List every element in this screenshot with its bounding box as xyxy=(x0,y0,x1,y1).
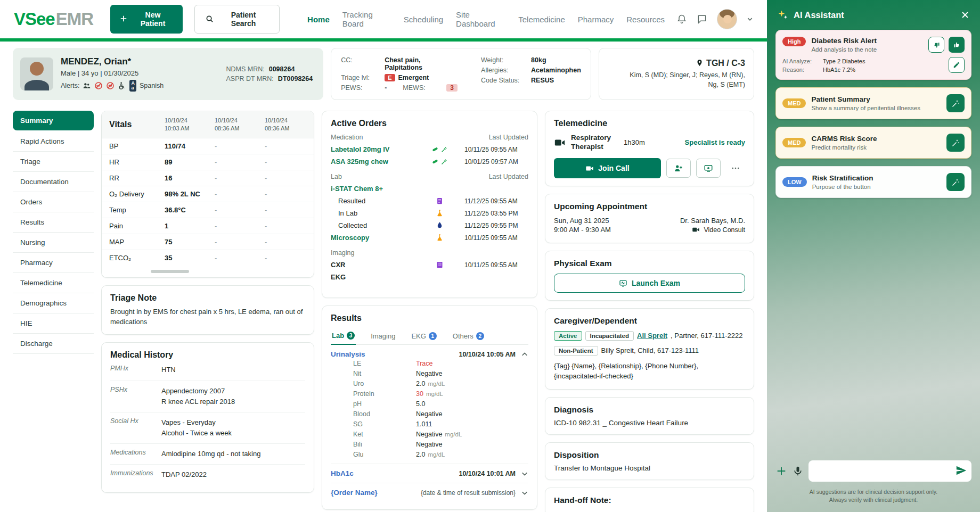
new-patient-button[interactable]: New Patient xyxy=(110,5,183,34)
vitals-row-temp: Temp36.8°C-- xyxy=(102,202,314,218)
result-link-urinalysis[interactable]: Urinalysis xyxy=(331,350,365,358)
order-link[interactable]: i-STAT Chem 8+ xyxy=(331,185,415,193)
caregiver-contact-details: , Partner, 617-111-2222 xyxy=(671,332,742,340)
order-row-clipped: EKG xyxy=(331,271,528,283)
add-attachment-button[interactable] xyxy=(775,465,787,477)
nav-link-pharmacy[interactable]: Pharmacy xyxy=(578,15,614,24)
magic-wand-button[interactable] xyxy=(946,134,965,152)
vitals-row-map: MAP75-- xyxy=(102,234,314,250)
tab-ekg[interactable]: EKG1 xyxy=(410,327,437,344)
ai-card-title: Diabetes Risk Alert xyxy=(811,37,877,45)
more-options-button[interactable] xyxy=(726,159,745,178)
result-link-hba1c[interactable]: HbA1c xyxy=(331,469,354,477)
result-row-glu: Glu2.0mg/dL xyxy=(331,449,528,459)
sidebar-item-hie[interactable]: HIE xyxy=(13,313,94,334)
send-icon[interactable] xyxy=(956,465,967,476)
urinalysis-header[interactable]: Urinalysis 10/10/24 10:05 AM xyxy=(331,350,528,358)
tab-imaging[interactable]: Imaging xyxy=(370,327,396,344)
sidebar-item-documentation[interactable]: Documentation xyxy=(13,172,94,192)
hba1c-header[interactable]: HbA1c 10/10/24 10:01 AM xyxy=(331,464,528,483)
new-patient-label: New Patient xyxy=(133,11,174,28)
sidebar-item-discharge[interactable]: Discharge xyxy=(13,334,94,354)
sidebar-item-summary[interactable]: Summary xyxy=(13,111,94,130)
edit-pencil-button[interactable] xyxy=(949,57,965,73)
caregiver-contact-link[interactable]: Ali Spreit xyxy=(637,332,667,340)
sidebar-item-rapid-actions[interactable]: Rapid Actions xyxy=(13,131,94,152)
user-avatar[interactable] xyxy=(717,9,737,29)
logo-emr: EMR xyxy=(56,9,93,29)
thumbs-down-button[interactable] xyxy=(928,37,944,53)
close-icon[interactable] xyxy=(961,11,969,19)
nav-link-site-dashboard[interactable]: Site Dashboard xyxy=(456,10,505,28)
severity-badge-med: MED xyxy=(782,98,806,108)
diagnosis-title: Diagnosis xyxy=(554,405,745,415)
triage-level-badge: E xyxy=(385,74,395,81)
sidebar-item-demographics[interactable]: Demographics xyxy=(13,293,94,313)
chat-icon[interactable] xyxy=(697,14,707,24)
ai-chat-input[interactable] xyxy=(808,460,971,482)
sidebar-item-triage[interactable]: Triage xyxy=(13,152,94,172)
sidebar-item-pharmacy[interactable]: Pharmacy xyxy=(13,253,94,273)
ai-assistant-panel: AI Assistant High Diabetes Risk Alert Ad… xyxy=(767,0,980,512)
hba1c-time: 10/10/24 10:01 AM xyxy=(459,470,516,477)
vitals-scrollbar[interactable] xyxy=(151,270,189,273)
ai-card-diabetes-risk: High Diabetes Risk Alert Add analysis to… xyxy=(775,30,971,80)
ai-card-risk-stratification: LOW Risk Stratification Purpose of the b… xyxy=(775,166,971,198)
magic-wand-button[interactable] xyxy=(946,173,965,191)
sidebar-item-nursing[interactable]: Nursing xyxy=(13,233,94,253)
chevron-up-icon[interactable] xyxy=(521,351,528,358)
add-participant-button[interactable] xyxy=(666,159,691,178)
order-name-placeholder-header[interactable]: {Order Name} {date & time of result subm… xyxy=(331,483,528,502)
appointment-type: Video Consult xyxy=(704,226,745,234)
patient-info: MENDEZ, Orian* Male | 34 yo | 01/30/2025… xyxy=(61,56,164,92)
location-card: TGH / C-3 Kim, S (MD); Singer, J; Reyes,… xyxy=(599,48,754,100)
thumbs-up-button[interactable] xyxy=(949,37,965,53)
appointment-provider: Dr. Sarah Bays, M.D. Video Consult xyxy=(680,216,745,235)
patient-search-button[interactable]: Patient Search xyxy=(194,5,280,34)
nav-link-resources[interactable]: Resources xyxy=(626,15,665,24)
ai-panel-header: AI Assistant xyxy=(767,0,980,28)
sidebar-item-telemedicine[interactable]: Telemedicine xyxy=(13,273,94,293)
order-row-microscopy: Microscopy 10/11/25 09:55 AM xyxy=(331,232,528,244)
nav-link-telemedicine[interactable]: Telemedicine xyxy=(518,15,565,24)
magic-wand-button[interactable] xyxy=(946,94,965,112)
tab-lab[interactable]: Lab3 xyxy=(331,327,356,345)
patient-search-label: Patient Search xyxy=(218,11,268,28)
app-root: VSee EMR New Patient Patient Search Home… xyxy=(0,0,980,512)
sidebar-item-results[interactable]: Results xyxy=(13,212,94,233)
nav-link-home[interactable]: Home xyxy=(307,15,330,24)
physical-exam-title: Physical Exam xyxy=(554,259,745,268)
logo-vsee: VSee xyxy=(14,9,55,29)
order-link[interactable]: ASA 325mg chew xyxy=(331,158,415,166)
result-document-icon xyxy=(415,197,464,205)
triage-note-card: Triage Note Brought in by EMS for chest … xyxy=(101,285,314,335)
tab-others[interactable]: Others2 xyxy=(452,327,485,344)
ai-card-title: CARMS Risk Score xyxy=(811,135,877,143)
order-link[interactable]: Microscopy xyxy=(331,234,415,242)
bed-location: TGH / C-3 xyxy=(706,59,745,68)
chevron-down-icon[interactable] xyxy=(521,489,528,497)
join-call-label: Join Call xyxy=(598,164,629,172)
launch-exam-label: Launch Exam xyxy=(632,279,680,287)
cc-label: CC: xyxy=(341,56,380,71)
sidebar-item-orders[interactable]: Orders xyxy=(13,192,94,212)
nav-link-tracking-board[interactable]: Tracking Board xyxy=(342,10,391,28)
join-call-button[interactable]: Join Call xyxy=(554,158,661,178)
screen-share-button[interactable] xyxy=(696,159,721,178)
ai-reason-label: Reason: xyxy=(782,67,820,73)
launch-exam-button[interactable]: Launch Exam xyxy=(554,274,745,293)
order-link[interactable]: Labetalol 20mg IV xyxy=(331,145,415,153)
severity-badge-low: LOW xyxy=(782,177,807,187)
avatar-chevron-down-icon[interactable] xyxy=(747,16,753,22)
notifications-bell-icon[interactable] xyxy=(676,14,687,24)
chief-complaint-card: CC:Chest pain, Palpitations Triage lvl:E… xyxy=(331,48,591,100)
microphone-icon[interactable] xyxy=(793,466,803,476)
results-tabs: Lab3 Imaging EKG1 Others2 xyxy=(331,327,528,345)
caregiver-row-2: Non-Patient Billy Spreit, Child, 617-123… xyxy=(554,346,745,356)
result-link-placeholder[interactable]: {Order Name} xyxy=(331,489,378,497)
imaging-section-header: Imaging xyxy=(331,249,354,257)
vitals-column-2: 10/10/24 08:36 AM xyxy=(215,117,265,133)
chevron-down-icon[interactable] xyxy=(521,470,528,477)
nav-link-scheduling[interactable]: Scheduling xyxy=(404,15,443,24)
result-row-blood: BloodNegative xyxy=(331,409,528,419)
